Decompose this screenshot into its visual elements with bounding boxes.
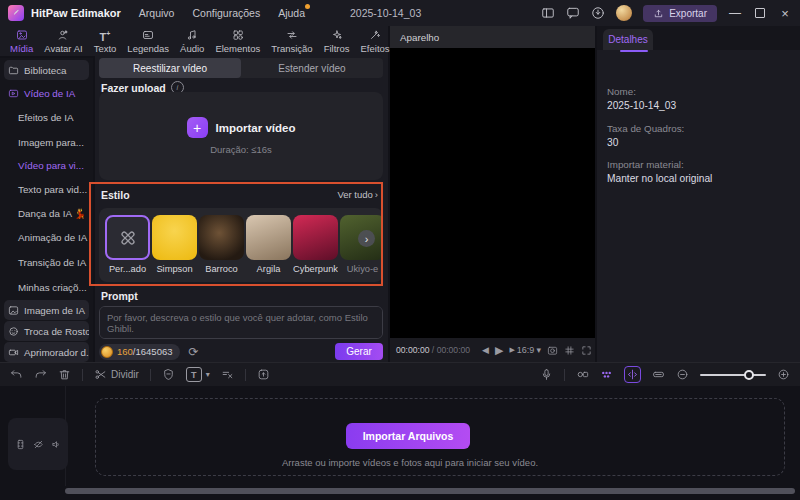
speaker-icon[interactable] [51,439,62,450]
preview-header: Aparelho [390,26,595,48]
refresh-icon[interactable]: ⟳ [188,345,198,359]
tab-avatar-ai[interactable]: Avatar AI [39,26,87,56]
timeline-area: Importar Arquivos Arraste ou importe víd… [0,386,800,500]
tab-transicao[interactable]: Transição [266,26,317,56]
undo-button[interactable] [10,368,23,381]
sidebar-item-biblioteca[interactable]: Biblioteca [4,60,89,80]
style-scroll-right-button[interactable]: › [358,230,375,247]
tab-audio[interactable]: Áudio [175,26,209,56]
tab-midia[interactable]: Mídia [5,26,38,56]
tab-legendas[interactable]: Legendas [122,26,174,56]
field-value: Manter no local original [607,173,712,184]
maximize-button[interactable] [753,5,767,21]
preview-panel: Aparelho 00:00:00 / 00:00:00 ◀ ▶ ▶ 16:9 … [390,26,595,362]
sidebar-item-video-de-ia[interactable]: Vídeo de IA [4,83,89,103]
main-panel: Reestilizar vídeo Estender vídeo Fazer u… [95,56,388,362]
snapshot-button[interactable] [547,345,558,356]
fullscreen-button[interactable] [581,345,592,356]
minimize-button[interactable]: — [728,5,742,21]
split-button[interactable]: Dividir [94,368,139,381]
text-template-button[interactable]: T▾ [186,367,210,382]
feedback-icon[interactable] [566,6,580,20]
tab-texto[interactable]: T+ Texto [89,26,122,56]
media-icon [16,29,28,41]
app-window: HitPaw Edimakor Arquivo Configurações Aj… [0,0,800,500]
download-icon[interactable] [591,6,605,20]
drop-hint-text: Arraste ou importe vídeos e fotos aqui p… [200,457,620,468]
aspect-ratio-dropdown[interactable]: ▶ 16:9 ▾ [509,345,540,355]
upload-track-button[interactable] [257,368,270,381]
import-files-button[interactable]: Importar Arquivos [346,423,470,449]
close-button[interactable]: × [778,5,792,21]
see-all-link[interactable]: Ver tudo› [337,189,378,200]
prompt-input[interactable] [99,306,383,339]
sidebar-item-imagem-de-ia[interactable]: Imagem de IA [4,300,89,320]
eye-off-icon[interactable] [33,439,44,450]
mode-tabs: Reestilizar vídeo Estender vídeo [99,58,383,78]
sidebar-item-video-para-video[interactable]: Vídeo para vi... [14,155,92,175]
sidebar-item-efeitos-de-ia[interactable]: Efeitos de IA [14,107,92,127]
grid-button[interactable] [564,345,575,356]
tab-estender-video[interactable]: Estender vídeo [241,58,383,78]
horizontal-scrollbar[interactable] [65,488,795,494]
style-tile-argila[interactable] [246,215,291,260]
zoom-slider-handle[interactable] [744,370,754,380]
tab-efeitos[interactable]: Efeitos [356,26,395,56]
field-value: 30 [607,137,618,148]
clear-text-button[interactable] [221,368,234,381]
record-mic-button[interactable] [540,368,553,381]
field-label: Nome: [607,86,636,97]
redo-button[interactable] [34,368,47,381]
menu-configuracoes[interactable]: Configurações [192,7,260,19]
layout-icon[interactable] [541,6,555,20]
prompt-section-title: Prompt [101,290,138,302]
tab-filtros[interactable]: Filtros [319,26,355,56]
avatar[interactable] [616,5,632,21]
track-height-button[interactable] [652,368,665,381]
sidebar-item-texto-para-video[interactable]: Texto para vid... [14,179,92,199]
link-clips-button[interactable] [576,368,589,381]
elements-icon [232,29,244,41]
sidebar-item-aprimorador[interactable]: Aprimorador d... [4,342,89,362]
zoom-in-button[interactable] [777,368,790,381]
field-label: Importar material: [607,159,684,170]
upload-dropzone[interactable]: + Importar vídeo Duração: ≤16s [99,92,383,180]
sidebar-item-minhas-criacoes[interactable]: Minhas criaçõ... [14,277,92,297]
trim-mode-button[interactable] [624,366,641,383]
play-button[interactable]: ▶ [495,344,503,357]
prev-frame-button[interactable]: ◀ [482,345,489,355]
generate-button[interactable]: Gerar [335,343,383,360]
zoom-slider[interactable] [700,374,766,376]
plus-icon[interactable]: + [187,117,208,138]
ai-video-icon [8,88,19,99]
tab-reestilizar-video[interactable]: Reestilizar vídeo [99,58,241,78]
sidebar-item-transicao-de-ia[interactable]: Transição de IA [14,252,92,272]
captions-icon [142,29,154,41]
text-box-icon: T [186,367,202,382]
sidebar-item-troca-de-rostos[interactable]: Troca de Rostos [4,321,89,341]
tab-detalhes[interactable]: Detalhes [603,29,653,50]
style-tile-simpson[interactable] [152,215,197,260]
menu-ajuda[interactable]: Ajuda [278,7,305,19]
style-tile-barroco[interactable] [199,215,244,260]
time-display: 00:00:00 / 00:00:00 [396,345,470,355]
auto-ripple-button[interactable] [600,368,613,381]
style-tile-cyberpunk[interactable] [293,215,338,260]
playback-icon: ▶ [509,346,514,354]
text-icon: T+ [100,29,111,41]
export-button[interactable]: Exportar [643,5,717,22]
style-tile-personalizado[interactable] [105,215,150,260]
sidebar-item-animacao-de-ia[interactable]: Animação de IA [14,227,92,247]
sidebar-item-imagem-para[interactable]: Imagem para... [14,132,92,152]
sidebar-item-danca-da-ia[interactable]: Dança da IA 💃 [14,203,92,223]
tab-elementos[interactable]: Elementos [210,26,265,56]
zoom-out-button[interactable] [676,368,689,381]
delete-button[interactable] [58,368,71,381]
app-logo-icon [8,5,24,21]
effects-icon [369,29,381,41]
caret-down-icon: ▾ [536,345,541,355]
quality-shield-button[interactable] [162,368,175,381]
project-title: 2025-10-14_03 [350,7,421,19]
field-value: 2025-10-14_03 [607,100,676,111]
menu-arquivo[interactable]: Arquivo [139,7,175,19]
